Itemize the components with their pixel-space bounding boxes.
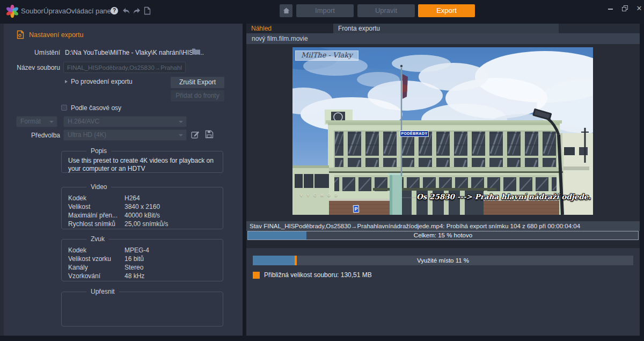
expander-icon[interactable]	[65, 80, 68, 83]
add-to-queue-button[interactable]: Přidat do fronty	[171, 90, 224, 101]
home-button[interactable]	[280, 4, 292, 17]
app-window: Soubor Úprava Ovládací panel ? Import Up…	[0, 0, 644, 341]
restore-button[interactable]	[619, 3, 631, 14]
title-bar: Soubor Úprava Ovládací panel ? Import Up…	[0, 0, 644, 23]
after-export-label[interactable]: Po provedení exportu	[71, 78, 133, 85]
tab-fronta-exportu[interactable]: Fronta exportu	[333, 24, 559, 33]
restore-icon	[622, 5, 628, 11]
separator	[246, 240, 640, 248]
video-row: Maximální přen...40000 kBit/s	[68, 211, 223, 220]
export-button[interactable]: Export	[418, 4, 475, 17]
help-icon[interactable]: ?	[111, 7, 118, 14]
export-settings-icon	[16, 30, 25, 39]
preset-label: Předvolba	[0, 132, 60, 139]
audio-legend: Zvuk	[86, 235, 109, 243]
filename-input[interactable]	[63, 62, 186, 73]
watermark-overlay: MilThe - Vlaky	[295, 50, 358, 61]
station-sign-overlay: PODĚBRADY	[400, 130, 429, 137]
undo-icon[interactable]	[122, 7, 130, 15]
import-button[interactable]: Import	[296, 4, 354, 17]
timeline-checkbox[interactable]	[61, 105, 67, 111]
edit-button[interactable]: Upravit	[357, 4, 415, 17]
disk-usage-bar: Využité místo 11 %	[253, 256, 633, 265]
cancel-export-button[interactable]: Zrušit Export	[171, 77, 224, 88]
file-size-swatch	[253, 272, 260, 279]
menu-uprava[interactable]: Úprava	[43, 7, 66, 15]
parking-sign-overlay: P	[353, 205, 360, 213]
audio-row: Vzorkování48 kHz	[68, 272, 223, 280]
file-size-label: Přibližná velikost souboru: 130,51 MB	[264, 271, 372, 279]
chevron-down-icon	[179, 134, 183, 136]
video-row: Velikost3840 x 2160	[68, 202, 223, 211]
audio-row: KanályStereo	[68, 263, 223, 272]
station-photo	[292, 47, 593, 215]
export-status-line: Stav FINAL_HISPoděbrady,Os25830→Prahahla…	[246, 221, 640, 231]
description-fieldset: Popis Use this preset to create 4K video…	[61, 147, 223, 173]
filename-label: Název souboru	[0, 64, 60, 71]
location-value: D:\Na YouTube\MilThe - Vlaky\K nahrání\H…	[65, 49, 204, 56]
edit-preset-icon[interactable]	[191, 130, 200, 139]
total-progress-label: Celkem: 15 % hotovo	[248, 231, 638, 240]
preview-panel: Náhled Fronta exportu nový film.film.mov…	[246, 24, 640, 336]
video-preview-frame: MilThe - Vlaky PODĚBRADY V Ý C H O D P O…	[292, 47, 593, 215]
timeline-checkbox-label: Podle časové osy	[71, 104, 121, 112]
disk-usage-label: Využité místo 11 %	[253, 256, 633, 265]
preset-dropdown[interactable]: Ultra HD (4K)	[63, 129, 187, 141]
chevron-down-icon	[49, 121, 54, 123]
video-legend: Video	[86, 183, 111, 191]
home-icon	[283, 8, 290, 14]
app-logo-icon	[6, 5, 19, 18]
video-row: Rychlost snímků25,00 snímků/s	[68, 220, 223, 228]
redo-icon[interactable]	[133, 7, 141, 15]
audio-row: Velikost vzorku16 bitů	[68, 255, 223, 263]
save-preset-icon[interactable]	[205, 130, 214, 139]
disk-usage-section: Využité místo 11 % Přibližná velikost so…	[246, 248, 640, 336]
description-text: Use this preset to create 4K videos for …	[68, 157, 223, 173]
movie-name-bar: nový film.film.movie	[246, 33, 640, 44]
description-legend: Popis	[86, 147, 111, 155]
caption-overlay: Os 25830 ---> Praha hlavní nádraží odjed…	[416, 192, 591, 201]
codec-dropdown[interactable]: H.264/AVC	[63, 116, 187, 127]
minimize-button[interactable]	[604, 3, 616, 14]
menu-soubor[interactable]: Soubor	[21, 7, 43, 15]
document-icon[interactable]	[144, 6, 151, 15]
video-fieldset: Video KodekH264 Velikost3840 x 2160 Maxi…	[61, 183, 223, 229]
export-settings-panel: Nastavení exportu Umístění D:\Na YouTube…	[0, 24, 243, 336]
tab-nahled[interactable]: Náhled	[246, 24, 333, 33]
video-preview-area: MilThe - Vlaky PODĚBRADY V Ý C H O D P O…	[246, 44, 640, 221]
location-label: Umístění	[0, 49, 60, 56]
folder-icon[interactable]	[192, 48, 201, 55]
total-progress-bar: Celkem: 15 % hotovo	[247, 231, 639, 240]
panel-title: Nastavení exportu	[29, 31, 83, 39]
audio-fieldset: Zvuk KodekMPEG-4 Velikost vzorku16 bitů …	[61, 235, 223, 281]
advanced-fieldset: Upřesnit Vždy překódovat celý film Předb…	[61, 288, 223, 327]
advanced-legend: Upřesnit	[86, 288, 119, 295]
format-dropdown[interactable]: Formát	[16, 116, 57, 127]
audio-row: KodekMPEG-4	[68, 246, 223, 255]
menu-ovladaci-panel[interactable]: Ovládací panel	[66, 7, 113, 15]
video-row: KodekH264	[68, 194, 223, 202]
chevron-down-icon	[179, 121, 183, 123]
close-button[interactable]: ✕	[633, 3, 644, 14]
east-sign-overlay: V Ý C H O D	[300, 193, 339, 197]
minimize-icon	[608, 9, 613, 10]
